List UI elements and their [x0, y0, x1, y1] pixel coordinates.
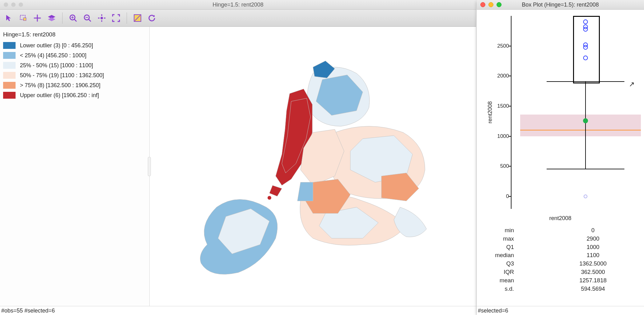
legend-label: < 25% (4) [456.250 : 1000] — [20, 52, 86, 59]
maximize-icon[interactable] — [19, 2, 23, 7]
map-status-bar: #obs=55 #selected=6 — [0, 306, 476, 315]
map-window-title: Hinge=1.5: rent2008 — [0, 2, 476, 8]
y-tick: 2500 — [492, 43, 509, 49]
stat-row: mean1257.1818 — [483, 276, 638, 285]
svg-line-11 — [89, 19, 91, 21]
zoom-in-icon[interactable] — [67, 12, 79, 24]
stat-row: median1100 — [483, 251, 638, 260]
svg-rect-1 — [23, 18, 26, 21]
svg-point-13 — [100, 17, 103, 19]
legend-swatch — [3, 62, 16, 69]
boxplot-titlebar[interactable]: Box Plot (Hinge=1.5): rent2008 — [477, 0, 644, 10]
outlier-point[interactable] — [583, 20, 588, 24]
toolbar-separator — [127, 12, 127, 24]
choropleth-map[interactable] — [189, 39, 437, 294]
svg-line-7 — [74, 19, 77, 21]
boxplot-canvas[interactable]: 05001000150020002500↖ — [511, 10, 644, 215]
minimize-icon[interactable] — [11, 2, 16, 7]
stat-row: max2900 — [483, 235, 638, 243]
pan-icon[interactable] — [31, 12, 44, 24]
legend-item[interactable]: Upper outlier (6) [1906.250 : inf] — [3, 90, 146, 100]
toolbar-separator — [62, 12, 63, 24]
y-tick: 0 — [492, 193, 509, 200]
map-titlebar[interactable]: Hinge=1.5: rent2008 — [0, 0, 476, 10]
legend-item[interactable]: < 25% (4) [456.250 : 1000] — [3, 50, 146, 60]
legend-label: Lower outlier (3) [0 : 456.250] — [20, 42, 93, 49]
boxplot-window-title: Box Plot (Hinge=1.5): rent2008 — [477, 2, 644, 8]
window-controls[interactable] — [0, 2, 23, 7]
legend-swatch — [3, 92, 16, 99]
svg-point-20 — [268, 196, 271, 200]
stat-row: IQR362.5000 — [483, 268, 638, 276]
legend-item[interactable]: Lower outlier (3) [0 : 456.250] — [3, 40, 146, 50]
legend-swatch — [3, 42, 16, 49]
map-canvas[interactable] — [150, 27, 476, 306]
boxplot-window: Box Plot (Hinge=1.5): rent2008 rent2008 … — [477, 0, 644, 315]
legend-label: 50% - 75% (19) [1100 : 1362.500] — [20, 72, 104, 79]
legend-label: Upper outlier (6) [1906.250 : inf] — [20, 92, 99, 99]
outlier-point[interactable] — [583, 27, 588, 31]
boxplot-status-bar: #selected=6 — [477, 306, 644, 315]
brush-icon[interactable] — [131, 12, 144, 24]
svg-marker-5 — [48, 17, 55, 21]
legend-item[interactable]: > 75% (8) [1362.500 : 1906.250] — [3, 80, 146, 90]
outlier-point[interactable] — [584, 195, 587, 198]
zoom-extent-icon[interactable] — [96, 12, 108, 24]
map-window: Hinge=1.5: rent2008 Hinge=1.5: rent2008 … — [0, 0, 476, 315]
sidebar-handle[interactable] — [148, 157, 151, 176]
stat-row: min0 — [483, 226, 638, 235]
close-icon[interactable] — [480, 2, 485, 7]
legend-item[interactable]: 50% - 75% (19) [1100 : 1362.500] — [3, 70, 146, 80]
outlier-point[interactable] — [583, 56, 588, 60]
legend-swatch — [3, 72, 16, 79]
legend-title: Hinge=1.5: rent2008 — [3, 31, 146, 38]
maximize-icon[interactable] — [497, 2, 502, 7]
stat-row: s.d.594.5694 — [483, 285, 638, 293]
legend-label: 25% - 50% (15) [1000 : 1100] — [20, 62, 93, 69]
iqr-band — [520, 115, 641, 136]
y-tick: 1500 — [492, 103, 509, 109]
window-controls[interactable] — [477, 2, 502, 7]
minimize-icon[interactable] — [488, 2, 493, 7]
stat-row: Q31362.5000 — [483, 260, 638, 268]
legend-swatch — [3, 52, 16, 59]
cursor-icon: ↖ — [629, 80, 635, 88]
zoom-out-icon[interactable] — [81, 12, 94, 24]
layers-icon[interactable] — [45, 12, 58, 24]
y-tick: 500 — [492, 163, 509, 169]
y-tick: 2000 — [492, 73, 509, 79]
stats-table: min0max2900Q11000median1100Q31362.5000IQ… — [477, 224, 644, 293]
toolbar — [0, 10, 476, 27]
select-rect-icon[interactable] — [17, 12, 29, 24]
x-axis-label: rent2008 — [477, 215, 644, 222]
stat-row: Q11000 — [483, 243, 638, 252]
median-line — [520, 130, 641, 130]
legend-item[interactable]: 25% - 50% (15) [1000 : 1100] — [3, 60, 146, 70]
refresh-icon[interactable] — [146, 12, 158, 24]
fit-icon[interactable] — [110, 12, 122, 24]
y-tick: 1000 — [492, 133, 509, 139]
legend-sidebar: Hinge=1.5: rent2008 Lower outlier (3) [0… — [0, 27, 150, 306]
legend-swatch — [3, 82, 16, 89]
outlier-point[interactable] — [583, 45, 588, 49]
pointer-icon[interactable] — [2, 12, 15, 24]
legend-label: > 75% (8) [1362.500 : 1906.250] — [20, 82, 100, 89]
close-icon[interactable] — [4, 2, 8, 7]
mean-point — [583, 118, 588, 123]
